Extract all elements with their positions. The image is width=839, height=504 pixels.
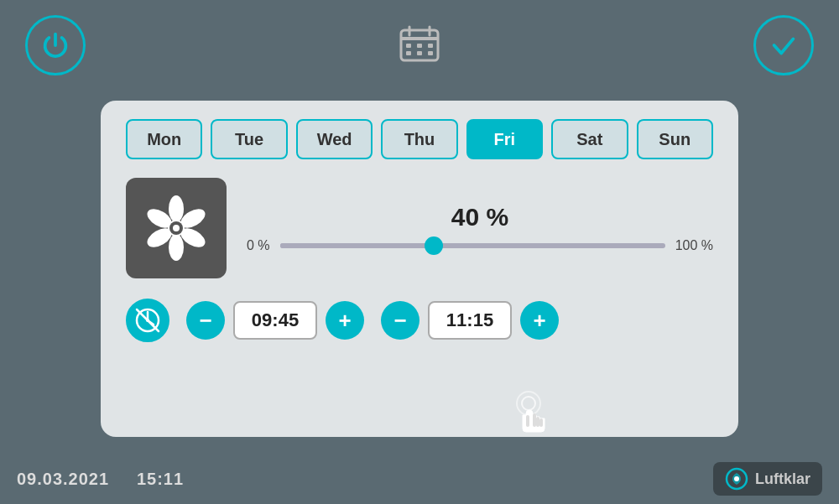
svg-rect-5 [417,44,422,48]
datetime-display: 09.03.2021 15:11 [17,470,184,489]
slider-row: 0 % 100 % [247,238,713,253]
end-time-group: − 11:15 + [381,301,559,340]
date-label: 09.03.2021 [17,470,109,488]
start-time-minus-button[interactable]: − [186,301,225,340]
svg-rect-6 [428,44,433,48]
day-tab-thu[interactable]: Thu [381,119,457,159]
slider-fill [280,243,435,248]
svg-rect-8 [417,51,422,55]
end-time-plus-button[interactable]: + [520,301,559,340]
fan-controls: 40 % 0 % 100 % [247,203,713,253]
power-button[interactable] [25,15,86,75]
svg-point-32 [734,476,739,481]
fan-percent-label: 40 % [247,203,713,231]
day-tab-mon[interactable]: Mon [126,119,202,159]
svg-rect-4 [406,44,411,48]
svg-rect-7 [406,51,411,55]
brand-logo: Luftklar [713,462,822,496]
svg-rect-1 [401,37,438,40]
svg-point-15 [169,234,184,261]
start-time-plus-button[interactable]: + [326,301,364,340]
svg-point-19 [173,225,180,231]
brand-icon [725,467,748,491]
slider-max-label: 100 % [675,238,713,253]
timer-section: − 09:45 + − 11:15 + [126,299,713,342]
main-card: Mon Tue Wed Thu Fri Sat Sun [101,101,738,437]
slider-thumb[interactable] [425,236,443,255]
day-tab-tue[interactable]: Tue [211,119,287,159]
day-tab-sat[interactable]: Sat [551,119,628,159]
day-tab-fri[interactable]: Fri [466,119,543,159]
fan-icon [126,178,227,278]
timer-gauge-icon [126,299,169,342]
fan-slider-track[interactable] [280,243,665,248]
day-tabs: Mon Tue Wed Thu Fri Sat Sun [126,119,713,159]
end-time-minus-button[interactable]: − [381,301,420,340]
time-label: 15:11 [137,470,184,488]
day-tab-wed[interactable]: Wed [296,119,373,159]
calendar-icon [398,22,441,69]
day-tab-sun[interactable]: Sun [637,119,713,159]
top-bar [0,0,839,91]
status-bar: 09.03.2021 15:11 Luftklar [17,462,822,496]
brand-name: Luftklar [755,470,810,488]
confirm-button[interactable] [753,15,814,75]
start-time-group: − 09:45 + [186,301,364,340]
svg-point-12 [169,195,184,222]
fan-section: 40 % 0 % 100 % [126,178,713,278]
end-time-display: 11:15 [428,301,512,340]
slider-min-label: 0 % [247,238,270,253]
svg-rect-9 [428,51,433,55]
start-time-display: 09:45 [233,301,317,340]
